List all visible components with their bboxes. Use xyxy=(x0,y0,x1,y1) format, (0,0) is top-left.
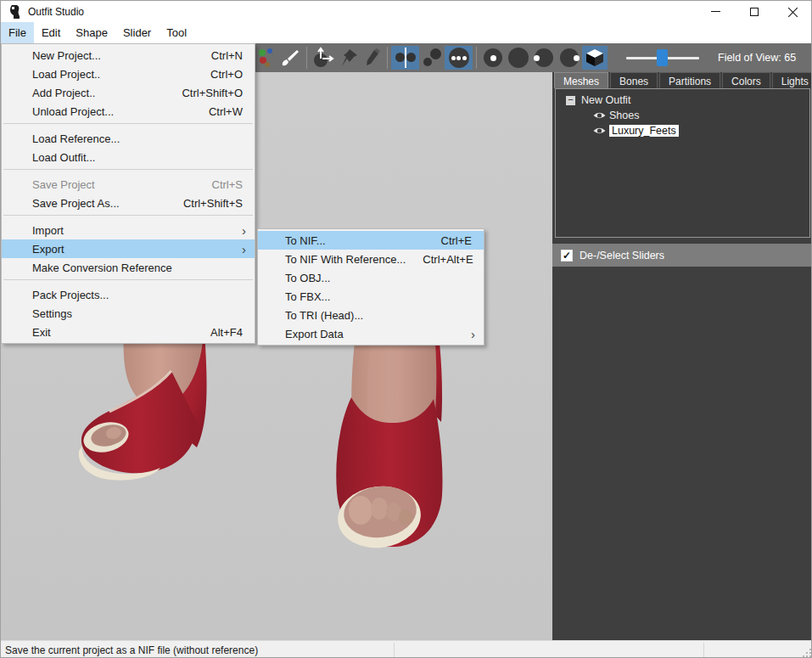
field-of-view-slider[interactable] xyxy=(626,57,699,59)
submenu-item-to-nif-with-reference[interactable]: To NIF With Reference... Ctrl+Alt+E xyxy=(258,250,484,268)
tree-item-luxury-feets[interactable]: Luxury_Feets xyxy=(593,125,809,137)
menubar-edit[interactable]: Edit xyxy=(34,22,68,43)
menu-item-label: Unload Project... xyxy=(32,105,192,118)
menu-item-load-project[interactable]: Load Project.. Ctrl+O xyxy=(2,65,255,83)
minimize-button[interactable] xyxy=(696,1,735,22)
menu-item-pack-projects[interactable]: Pack Projects... xyxy=(2,285,255,304)
menu-item-load-outfit[interactable]: Load Outfit... xyxy=(2,148,255,166)
menu-item-settings[interactable]: Settings xyxy=(2,304,255,323)
tab-partitions[interactable]: Partitions xyxy=(659,72,720,88)
menu-item-shortcut: Ctrl+Alt+E xyxy=(423,253,473,266)
xmirror-cube-toggle[interactable] xyxy=(582,46,608,70)
tab-lights[interactable]: Lights xyxy=(772,72,812,88)
menu-item-save-project-as[interactable]: Save Project As... Ctrl+Shift+S xyxy=(2,194,255,212)
brush-focus-button[interactable] xyxy=(531,46,557,70)
global-brush-toggle[interactable] xyxy=(445,46,473,70)
circle-right-dot-icon xyxy=(560,48,579,67)
tab-bones-label: Bones xyxy=(619,76,648,87)
transform-tool-button[interactable] xyxy=(311,46,336,70)
menu-item-label: To TRI (Head)... xyxy=(285,309,472,322)
brush-tool-button[interactable] xyxy=(277,46,303,70)
submenu-item-to-fbx[interactable]: To FBX... xyxy=(258,287,484,306)
cube-icon xyxy=(585,48,605,68)
menu-item-label: To NIF With Reference... xyxy=(285,253,406,266)
status-bar: Save the current project as a NIF file (… xyxy=(1,640,812,658)
mirror-brush-toggle[interactable] xyxy=(391,46,419,70)
circle-left-dot-icon xyxy=(535,48,553,67)
title-bar: Outfit Studio xyxy=(1,1,812,22)
pin-icon xyxy=(339,48,358,67)
menubar-tool[interactable]: Tool xyxy=(159,22,194,43)
close-button[interactable] xyxy=(774,1,812,22)
pencil-tool-button[interactable] xyxy=(361,46,384,70)
resize-grip[interactable] xyxy=(801,647,812,658)
menu-item-label: Settings xyxy=(32,307,243,320)
sliders-panel xyxy=(552,267,812,640)
export-submenu: To NIF... Ctrl+E To NIF With Reference..… xyxy=(257,228,484,346)
menu-item-shortcut: Ctrl+N xyxy=(211,49,243,62)
menu-item-label: Make Conversion Reference xyxy=(32,262,243,274)
tree-item-label: Shoes xyxy=(609,110,639,121)
transform-icon xyxy=(312,47,334,69)
app-logo-icon xyxy=(8,5,20,19)
menu-item-label: Load Outfit... xyxy=(32,151,243,164)
tab-meshes-label: Meshes xyxy=(563,76,599,87)
menu-item-label: Add Project.. xyxy=(32,87,165,99)
menu-item-label: Load Reference... xyxy=(32,132,243,145)
menu-separator xyxy=(3,123,253,124)
connected-surface-toggle[interactable] xyxy=(419,46,445,70)
brush-strength-button[interactable] xyxy=(506,46,531,70)
brush-spacing-button[interactable] xyxy=(557,46,582,70)
menu-item-shortcut: Ctrl+Shift+S xyxy=(183,197,243,210)
menu-item-shortcut: Alt+F4 xyxy=(210,326,243,339)
menubar-tool-label: Tool xyxy=(166,26,187,39)
menu-item-label: Save Project xyxy=(32,178,195,191)
menubar-file[interactable]: File xyxy=(1,22,34,43)
visibility-eye-icon[interactable] xyxy=(593,111,606,120)
tab-bones[interactable]: Bones xyxy=(610,72,658,88)
fov-slider-handle[interactable] xyxy=(657,49,668,66)
maximize-icon xyxy=(750,8,759,16)
menu-item-add-project[interactable]: Add Project.. Ctrl+Shift+O xyxy=(2,83,255,102)
visibility-eye-icon[interactable] xyxy=(593,127,606,135)
submenu-arrow-icon: › xyxy=(242,224,246,237)
menu-item-new-project[interactable]: New Project... Ctrl+N xyxy=(2,46,255,65)
menubar-slider[interactable]: Slider xyxy=(115,22,159,43)
submenu-item-to-tri-head[interactable]: To TRI (Head)... xyxy=(258,306,484,324)
menu-item-shortcut: Ctrl+O xyxy=(210,68,243,81)
menu-item-label: Export xyxy=(32,243,243,256)
left-shoe-mesh xyxy=(79,332,207,481)
menu-item-label: To OBJ... xyxy=(285,272,472,284)
menu-item-save-project: Save Project Ctrl+S xyxy=(2,175,255,194)
connected-surface-icon xyxy=(423,48,441,67)
close-icon xyxy=(788,7,798,17)
menu-item-label: Load Project.. xyxy=(32,68,193,81)
menu-item-exit[interactable]: Exit Alt+F4 xyxy=(2,323,255,341)
brush-size-button[interactable] xyxy=(480,46,506,70)
tree-collapse-icon[interactable]: − xyxy=(566,96,575,105)
deselect-sliders-checkbox[interactable]: ✓ xyxy=(561,250,573,262)
menu-item-make-conversion-reference[interactable]: Make Conversion Reference xyxy=(2,258,255,277)
menu-item-import[interactable]: Import › xyxy=(2,221,255,239)
menu-item-label: To FBX... xyxy=(285,290,472,303)
view-gizmo-button[interactable] xyxy=(257,46,277,70)
tab-meshes[interactable]: Meshes xyxy=(554,72,608,88)
tree-root-new-outfit[interactable]: − New Outfit xyxy=(566,94,809,106)
maximize-button[interactable] xyxy=(735,1,774,22)
tree-item-shoes[interactable]: Shoes xyxy=(593,110,809,121)
submenu-item-export-data[interactable]: Export Data › xyxy=(258,324,484,343)
menu-item-unload-project[interactable]: Unload Project... Ctrl+W xyxy=(2,102,255,121)
panel-tabs: Meshes Bones Partitions Colors Lights xyxy=(554,72,812,88)
submenu-item-to-nif[interactable]: To NIF... Ctrl+E xyxy=(258,231,484,250)
menubar-shape[interactable]: Shape xyxy=(68,22,115,43)
menu-item-label: New Project... xyxy=(32,49,194,62)
statusbar-separator xyxy=(394,643,395,658)
menu-item-label: To NIF... xyxy=(285,234,424,247)
menu-separator xyxy=(3,215,253,216)
menu-item-load-reference[interactable]: Load Reference... xyxy=(2,129,255,148)
pin-tool-button[interactable] xyxy=(336,46,361,70)
menu-item-export[interactable]: Export › xyxy=(2,239,255,258)
submenu-item-to-obj[interactable]: To OBJ... xyxy=(258,268,484,287)
tab-colors[interactable]: Colors xyxy=(722,72,770,88)
menubar-slider-label: Slider xyxy=(123,26,151,39)
